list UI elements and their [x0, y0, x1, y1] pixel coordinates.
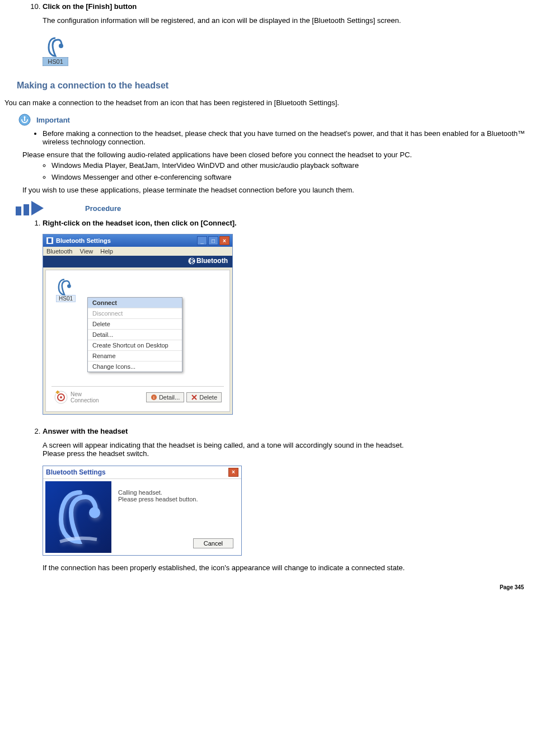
headset-silhouette-icon	[54, 489, 102, 545]
context-item-change-icons[interactable]: Change Icons...	[88, 361, 182, 372]
after-connection-text: If the connection has been properly esta…	[43, 564, 530, 572]
page-number: Page 345	[4, 584, 524, 590]
proc-step-2-body2: Please press the headset switch.	[43, 449, 530, 458]
important-bullet: Before making a connection to the headse…	[43, 129, 525, 146]
context-item-create-shortcut[interactable]: Create Shortcut on Desktop	[88, 340, 182, 350]
hs01-device-chip[interactable]: HS01	[56, 278, 76, 302]
svg-point-7	[67, 284, 71, 288]
detail-button[interactable]: i Detail...	[146, 392, 184, 402]
svg-point-10	[60, 396, 62, 398]
step-10-title: Click on the [Finish] button	[43, 2, 137, 11]
window-bottom-toolbar: New Connection i Detail... Delete	[51, 386, 224, 406]
ensure-closed-text: Please ensure that the following audio-r…	[22, 151, 530, 159]
hs01-label: HS01	[43, 57, 68, 66]
bluetooth-logo-icon	[188, 257, 195, 265]
svg-text:i: i	[153, 395, 154, 400]
svg-marker-4	[31, 201, 44, 215]
window-maximize-button[interactable]: □	[208, 236, 218, 245]
headset-device-icon: HS01	[43, 36, 68, 66]
window-minimize-button[interactable]: _	[197, 236, 207, 245]
menu-help[interactable]: Help	[100, 248, 113, 255]
info-icon: i	[151, 394, 157, 401]
headset-icon	[46, 36, 65, 58]
window-title: Bluetooth Settings	[56, 237, 197, 244]
menu-bluetooth[interactable]: Bluetooth	[46, 248, 72, 255]
app-example-2: Windows Messenger and other e-conferenci…	[51, 173, 530, 181]
svg-rect-2	[16, 206, 21, 215]
proc-step-1-title: Right-click on the headset icon, then cl…	[43, 219, 237, 227]
dialog-line-1: Calling headset.	[118, 489, 235, 496]
app-example-1: Windows Media Player, BeatJam, InterVide…	[51, 161, 530, 170]
context-item-detail[interactable]: Detail...	[88, 329, 182, 340]
svg-rect-3	[24, 204, 29, 215]
window-close-button[interactable]: ×	[219, 236, 229, 245]
proc-step-2-body1: A screen will appear indicating that the…	[43, 441, 530, 449]
delete-button[interactable]: Delete	[186, 392, 222, 402]
procedure-arrow-icon	[16, 201, 77, 215]
procedure-label: Procedure	[85, 204, 121, 213]
important-label: Important	[36, 116, 70, 124]
new-connection-button[interactable]: New Connection	[54, 390, 99, 405]
dialog-close-button[interactable]: ×	[228, 468, 238, 477]
section-intro-text: You can make a connection to the headset…	[4, 98, 530, 107]
window-menubar: Bluetooth View Help	[43, 247, 232, 256]
proc-step-2-title: Answer with the headset	[43, 427, 128, 435]
dialog-title: Bluetooth Settings	[46, 468, 228, 476]
svg-point-13	[89, 507, 100, 518]
context-item-disconnect: Disconnect	[88, 308, 182, 318]
context-item-connect[interactable]: Connect	[88, 298, 182, 308]
step-10-body: The configuration information will be re…	[43, 16, 530, 25]
terminate-before-launch-text: If you wish to use these applications, p…	[22, 186, 530, 194]
important-icon	[18, 114, 31, 126]
delete-x-icon	[191, 394, 198, 401]
dialog-headset-image	[45, 481, 111, 553]
hs01-chip-label: HS01	[56, 295, 76, 302]
dialog-line-2: Please press headset button.	[118, 496, 235, 503]
context-item-rename[interactable]: Rename	[88, 350, 182, 361]
cancel-button[interactable]: Cancel	[193, 538, 233, 548]
calling-headset-dialog: Bluetooth Settings × Calling headset. Pl…	[43, 466, 242, 556]
headset-icon	[56, 278, 73, 296]
window-titlebar: Bluetooth Settings _ □ ×	[43, 234, 232, 247]
section-heading-making-connection: Making a connection to the headset	[17, 81, 530, 91]
svg-point-0	[59, 44, 63, 48]
bluetooth-brand-bar: Bluetooth	[43, 256, 232, 267]
context-item-delete[interactable]: Delete	[88, 318, 182, 329]
window-app-icon	[46, 237, 54, 245]
menu-view[interactable]: View	[80, 248, 93, 255]
context-menu: Connect Disconnect Delete Detail... Crea…	[87, 297, 182, 372]
bluetooth-settings-window: Bluetooth Settings _ □ × Bluetooth View …	[43, 234, 233, 415]
new-connection-icon	[54, 390, 68, 405]
